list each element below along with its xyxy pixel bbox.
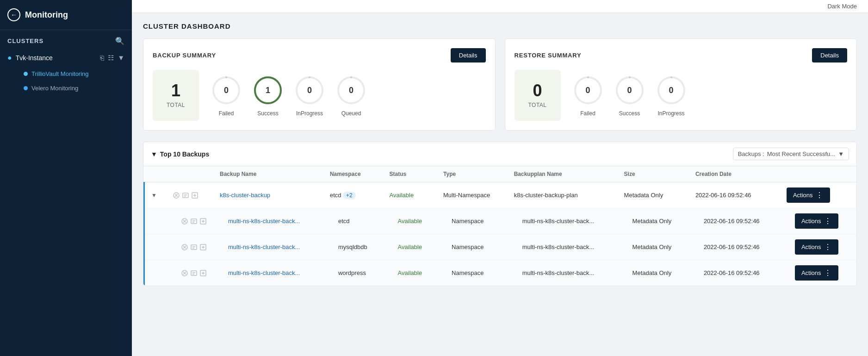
- backups-filter-select[interactable]: Backups : Most Recent Successfu... ▼: [733, 148, 849, 160]
- restore-stat-success: 0 Success: [614, 74, 646, 117]
- restore-total-label: TOTAL: [528, 102, 546, 108]
- nav-item-velero[interactable]: Velero Monitoring: [15, 81, 132, 95]
- child-backup-name-link-2[interactable]: multi-ns-k8s-cluster-back...: [228, 244, 300, 250]
- svg-rect-17: [183, 193, 188, 198]
- child-date-2: 2022-06-16 09:52:46: [689, 234, 780, 260]
- table-title-text: Top 10 Backups: [160, 150, 209, 158]
- backup-details-button[interactable]: Details: [451, 48, 486, 62]
- child-name-cell-2: multi-ns-k8s-cluster-back...: [213, 234, 323, 260]
- svg-rect-22: [191, 219, 197, 224]
- backup-inprogress-circle: 0: [293, 74, 326, 106]
- backup-name-cell: k8s-cluster-backup: [213, 182, 323, 208]
- page-title: CLUSTER DASHBOARD: [143, 22, 857, 30]
- child-status-value-3: Available: [398, 269, 422, 276]
- restore-summary-title: RESTORE SUMMARY: [515, 52, 582, 59]
- backup-inprogress-label: InProgress: [296, 110, 323, 117]
- nav-item-trilio[interactable]: TrillioVault Monitoring: [15, 67, 132, 81]
- backup-total-box: 1 TOTAL: [153, 70, 199, 121]
- backup-total-label: TOTAL: [167, 102, 185, 108]
- content-area: CLUSTER DASHBOARD BACKUP SUMMARY Details…: [132, 13, 868, 356]
- clusters-section: CLUSTERS 🔍: [0, 30, 132, 49]
- child-actions-cell-3: Actions ⋮: [780, 260, 856, 286]
- child-backupplan-1: multi-ns-k8s-cluster-back...: [508, 208, 618, 234]
- restore-total-box: 0 TOTAL: [515, 70, 561, 121]
- sidebar: ← Monitoring CLUSTERS 🔍 ● Tvk-Instance ⎗…: [0, 0, 132, 356]
- child-expand-cell-3: [144, 260, 167, 286]
- expand-cell[interactable]: ▼: [144, 182, 167, 208]
- backup-success-label: Success: [257, 110, 278, 117]
- child-row-icons-2: [181, 244, 207, 251]
- child-status-2: Available: [383, 234, 437, 260]
- restore-total-number: 0: [533, 82, 542, 99]
- child-size-1: Metadata Only: [618, 208, 689, 234]
- table-header-row: ▼ Top 10 Backups Backups : Most Recent S…: [143, 142, 856, 166]
- restore-inprogress-value: 0: [669, 86, 673, 95]
- actions-label-2: Actions: [801, 218, 821, 225]
- namespace-cell: etcd +2: [323, 182, 383, 208]
- actions-label-1: Actions: [793, 192, 813, 199]
- nav-items: TrillioVault Monitoring Velero Monitorin…: [0, 67, 132, 95]
- table-row: multi-ns-k8s-cluster-back... etcd Availa…: [144, 208, 857, 234]
- trilio-dot: [24, 72, 28, 76]
- backup-success-circle: 1: [252, 74, 284, 106]
- filter-value: Most Recent Successfu...: [767, 150, 835, 157]
- child-icons-cell: [166, 208, 213, 234]
- actions-dots-4: ⋮: [824, 269, 832, 277]
- backupplan-cell: k8s-cluster-backup-plan: [508, 182, 618, 208]
- restore-failed-label: Failed: [580, 110, 595, 117]
- sidebar-header: ← Monitoring: [0, 0, 132, 30]
- child-name-cell-3: multi-ns-k8s-cluster-back...: [213, 260, 323, 286]
- restore-details-button[interactable]: Details: [812, 48, 847, 62]
- actions-button-2[interactable]: Actions ⋮: [795, 213, 838, 229]
- child-size-2: Metadata Only: [618, 234, 689, 260]
- actions-button-1[interactable]: Actions ⋮: [787, 187, 830, 203]
- child-backupplan-2: multi-ns-k8s-cluster-back...: [508, 234, 618, 260]
- row-expand-icon[interactable]: ▼: [151, 192, 157, 199]
- chevron-down-icon[interactable]: ▼: [118, 54, 124, 62]
- namespace-badge[interactable]: +2: [343, 192, 356, 199]
- activity-icon[interactable]: ⎗: [100, 54, 104, 62]
- child-type-3: Namespace: [437, 260, 508, 286]
- backup-success-value: 1: [266, 86, 270, 95]
- child-backup-name-link-1[interactable]: multi-ns-k8s-cluster-back...: [228, 218, 300, 225]
- col-backup-name: Backup Name: [213, 166, 323, 182]
- restore-inprogress-circle: 0: [655, 74, 688, 106]
- child-size-3: Metadata Only: [618, 260, 689, 286]
- cluster-name: Tvk-Instance: [16, 54, 53, 62]
- search-icon[interactable]: 🔍: [115, 37, 124, 45]
- child-status-1: Available: [383, 208, 437, 234]
- backup-card-header: BACKUP SUMMARY Details: [153, 48, 486, 62]
- velero-dot: [24, 86, 28, 90]
- child-date-1: 2022-06-16 09:52:46: [689, 208, 780, 234]
- child-backup-name-link-3[interactable]: multi-ns-k8s-cluster-back...: [228, 269, 300, 276]
- actions-dots-2: ⋮: [824, 217, 832, 225]
- backup-name-link[interactable]: k8s-cluster-backup: [220, 192, 270, 199]
- child-namespace-3: wordpress: [323, 260, 383, 286]
- backup-stat-success: 1 Success: [252, 74, 284, 117]
- child-icons-cell-2: [166, 234, 213, 260]
- backup-failed-label: Failed: [219, 110, 234, 117]
- child-actions-cell-2: Actions ⋮: [780, 234, 856, 260]
- backup-queued-value: 0: [349, 86, 353, 95]
- back-icon[interactable]: ←: [7, 8, 20, 21]
- cluster-tvk-instance[interactable]: ● Tvk-Instance ⎗ ☷ ▼: [0, 49, 132, 67]
- col-status: Status: [383, 166, 437, 182]
- dark-mode-label[interactable]: Dark Mode: [827, 3, 857, 10]
- actions-button-4[interactable]: Actions ⋮: [795, 265, 838, 281]
- grid-icon[interactable]: ☷: [108, 54, 114, 62]
- table-header: Backup Name Namespace Status Type Backup…: [144, 166, 857, 182]
- backup-queued-circle: 0: [335, 74, 367, 106]
- collapse-icon[interactable]: ▼: [151, 150, 157, 158]
- filter-label: Backups :: [738, 150, 764, 157]
- backup-failed-circle: 0: [210, 74, 242, 106]
- restore-success-label: Success: [619, 110, 640, 117]
- backups-data-table: Backup Name Namespace Status Type Backup…: [143, 166, 856, 286]
- status-cell: Available: [383, 182, 437, 208]
- type-cell: Multi-Namespace: [437, 182, 508, 208]
- col-actions: [780, 166, 856, 182]
- actions-button-3[interactable]: Actions ⋮: [795, 239, 838, 255]
- child-actions-cell-1: Actions ⋮: [780, 208, 856, 234]
- child-row-icons-3: [181, 269, 207, 277]
- clusters-label: CLUSTERS: [7, 37, 43, 44]
- child-status-value-2: Available: [398, 244, 422, 250]
